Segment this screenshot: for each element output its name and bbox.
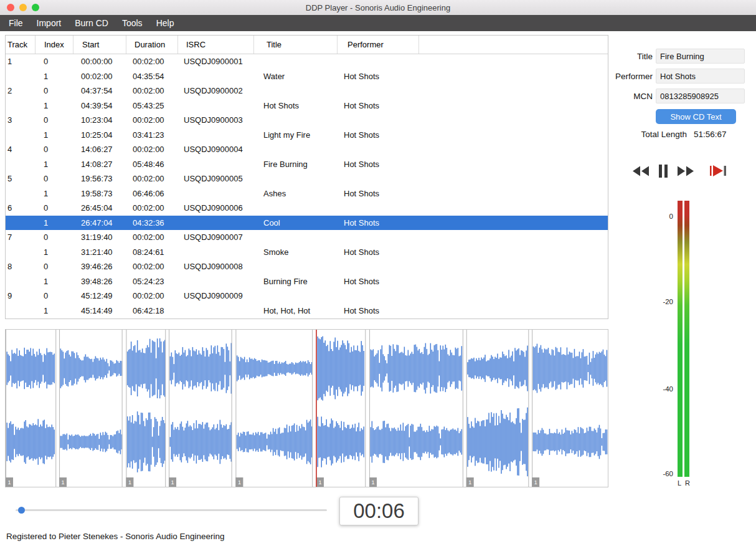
menu-item-help[interactable]: Help [149,15,181,31]
cell-start: 26:45:04 [72,203,125,213]
table-row[interactable]: 8039:46:2600:02:00USQDJ0900008 [6,259,608,274]
show-cd-text-button[interactable]: Show CD Text [656,109,736,124]
cell-start: 45:12:49 [72,291,125,300]
seek-thumb[interactable] [18,507,25,514]
column-header-index[interactable]: Index [35,36,73,54]
track-marker-label: 1 [318,479,321,486]
cell-index: 0 [35,174,72,183]
table-row[interactable]: 7031:19:4000:02:00USQDJ0900007 [6,230,608,245]
cell-start: 39:46:26 [72,262,125,271]
cell-index: 1 [35,247,72,257]
pause-icon [658,165,668,178]
cell-track: 2 [6,86,35,95]
close-button[interactable] [7,4,14,11]
fast-forward-button[interactable] [675,162,696,180]
performer-input[interactable] [656,69,745,84]
cell-track: 8 [6,262,35,271]
seek-slider[interactable] [16,505,327,515]
cell-index: 1 [35,218,72,228]
menu-item-import[interactable]: Import [30,15,69,31]
track-marker-label: 1 [62,479,65,486]
table-row[interactable]: 145:14:4906:42:18Hot, Hot, HotHot Shots [6,304,608,318]
cell-performer: Hot Shots [334,277,415,286]
minimize-button[interactable] [19,4,27,11]
column-header-start[interactable]: Start [73,36,126,54]
play-to-marker-button[interactable] [708,162,729,180]
zoom-button[interactable] [32,4,39,11]
inspector-panel: Title Performer MCN Show CD Text Total L… [613,35,756,540]
title-input[interactable] [656,49,745,64]
cell-isrc: USQDJ0900005 [176,174,251,183]
cell-track: 1 [6,57,35,66]
cell-track: 3 [6,115,35,125]
seek-track[interactable] [16,509,327,511]
menu-item-tools[interactable]: Tools [115,15,149,31]
table-row[interactable]: 110:25:0403:41:23Light my FireHot Shots [6,128,608,143]
time-display: 00:06 [339,497,418,525]
table-row[interactable]: 4014:06:2700:02:00USQDJ0900004 [6,142,608,157]
cell-performer: Hot Shots [334,306,415,315]
cell-index: 1 [35,277,72,286]
cell-performer: Hot Shots [334,218,415,228]
rewind-icon [632,166,650,176]
meter-scale-label: -40 [663,385,673,393]
table-row[interactable]: 104:39:5405:43:25Hot ShotsHot Shots [6,98,608,113]
cell-index: 0 [35,115,72,125]
meter-scale-label: -60 [663,470,673,477]
menu-bar: FileImportBurn CDToolsHelp [0,15,756,31]
cell-track: 5 [6,174,35,183]
cell-isrc: USQDJ0900009 [176,291,251,300]
status-bar: Registered to Pieter Stenekes - Sonoris … [6,532,224,541]
cell-track: 7 [6,232,35,242]
table-row[interactable]: 9045:12:4900:02:00USQDJ0900009 [6,289,608,304]
table-row[interactable]: 100:02:0004:35:54WaterHot Shots [6,69,608,84]
cell-duration: 03:41:23 [125,130,176,140]
table-row[interactable]: 6026:45:0400:02:00USQDJ0900006 [6,201,608,216]
waveform-panel[interactable]: 111111111 [5,329,608,487]
meter-scale: 0-20-40-60 [645,201,673,477]
cell-performer: Hot Shots [334,247,415,257]
column-header-isrc[interactable]: ISRC [178,36,254,54]
table-header: TrackIndexStartDurationISRCTitlePerforme… [6,36,608,54]
cell-duration: 00:02:00 [125,86,176,95]
cell-start: 04:37:54 [72,86,125,95]
menu-item-file[interactable]: File [2,15,30,31]
pause-button[interactable] [653,162,674,180]
table-row[interactable]: 2004:37:5400:02:00USQDJ0900002 [6,84,608,98]
cell-title: Light my Fire [251,130,334,140]
table-row[interactable]: 131:21:4008:24:61SmokeHot Shots [6,245,608,260]
table-row[interactable]: 1000:00:0000:02:00USQDJ0900001 [6,54,608,69]
cell-index: 1 [35,160,72,169]
registration-text: Registered to Pieter Stenekes - Sonoris … [6,532,224,541]
cell-duration: 05:43:25 [125,101,176,110]
cell-duration: 00:02:00 [125,232,176,242]
cell-title: Water [251,72,334,81]
column-header-performer[interactable]: Performer [338,36,419,54]
cell-isrc: USQDJ0900008 [176,262,251,271]
table-row[interactable]: 126:47:0404:32:36CoolHot Shots [6,216,608,231]
cell-start: 00:00:00 [72,57,125,66]
cell-duration: 00:02:00 [125,203,176,213]
title-field-row: Title [613,49,756,63]
column-header-duration[interactable]: Duration [126,36,178,54]
meter-scale-label: -20 [663,298,673,305]
rewind-button[interactable] [630,162,651,180]
column-header-title[interactable]: Title [254,36,338,54]
table-row[interactable]: 3010:23:0400:02:00USQDJ0900003 [6,113,608,128]
play-to-marker-icon [710,164,727,178]
table-row[interactable]: 119:58:7306:46:06AshesHot Shots [6,186,608,201]
cell-isrc: USQDJ0900001 [176,57,251,66]
meter-bar-left [678,201,683,477]
table-row[interactable]: 5019:56:7300:02:00USQDJ0900005 [6,171,608,186]
track-marker-label: 1 [128,479,131,486]
menu-item-burn-cd[interactable]: Burn CD [68,15,115,31]
mcn-input[interactable] [656,89,745,103]
cell-index: 0 [35,57,72,66]
column-header-track[interactable]: Track [6,36,35,54]
table-row[interactable]: 114:08:2705:48:46Fire BurningHot Shots [6,157,608,172]
performer-label: Performer [613,72,653,81]
track-marker-label: 1 [534,479,537,486]
cell-title: Hot, Hot, Hot [251,306,334,315]
table-row[interactable]: 139:48:2605:24:23Burning FireHot Shots [6,274,608,289]
waveform-svg[interactable]: 111111111 [6,330,608,487]
